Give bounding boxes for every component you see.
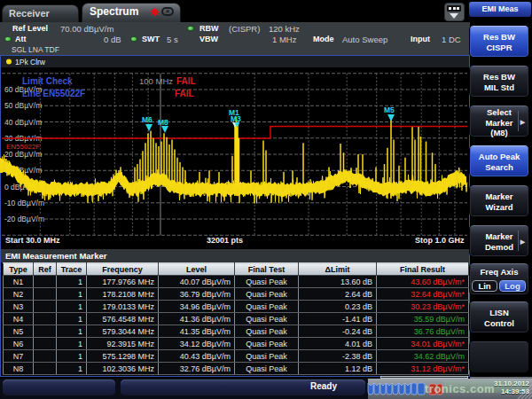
svg-text:Limit Check: Limit Check xyxy=(22,76,73,86)
svg-text:Start 30.0 MHz: Start 30.0 MHz xyxy=(5,236,60,245)
svg-text:M5: M5 xyxy=(384,106,395,114)
svg-text:1Pk Clrw: 1Pk Clrw xyxy=(15,58,46,66)
svg-text:-10 dBµV/m: -10 dBµV/m xyxy=(4,199,44,207)
svg-text:100 MHz: 100 MHz xyxy=(139,76,173,86)
svg-text:Stop 1.0 GHz: Stop 1.0 GHz xyxy=(415,236,465,245)
svg-text:50 dBµV/m: 50 dBµV/m xyxy=(4,101,42,110)
svg-text:Line EN55022F: Line EN55022F xyxy=(22,89,85,98)
svg-text:32001 pts: 32001 pts xyxy=(207,236,243,245)
svg-text:40 dBµV/m: 40 dBµV/m xyxy=(4,118,42,127)
svg-text:M8: M8 xyxy=(158,118,168,127)
svg-text:M3: M3 xyxy=(231,114,241,123)
svg-text:20 dBµV/m: 20 dBµV/m xyxy=(4,150,42,159)
svg-text:FAIL: FAIL xyxy=(176,76,196,86)
svg-text:EN55022F: EN55022F xyxy=(6,143,40,151)
svg-text:M6: M6 xyxy=(142,115,153,124)
svg-text:FAIL: FAIL xyxy=(175,89,194,98)
svg-text:-20 dBµV/m: -20 dBµV/m xyxy=(4,215,44,223)
